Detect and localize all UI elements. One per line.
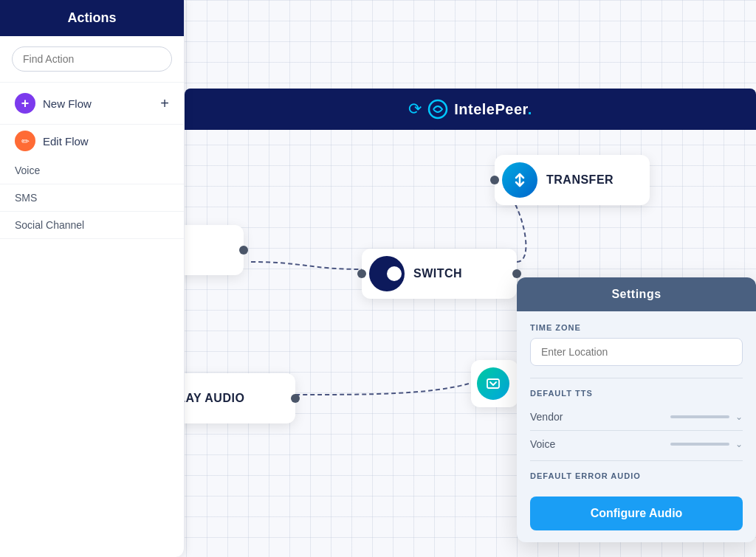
sidebar-item-voice[interactable]: Voice xyxy=(0,157,184,184)
switch-icon xyxy=(369,256,405,291)
transfer-dot-left xyxy=(490,176,499,184)
error-audio-label: DEFAULT ERROR AUDIO xyxy=(530,471,743,480)
vendor-label: Vendor xyxy=(530,411,563,423)
small-node-svg xyxy=(485,376,501,392)
settings-divider-2 xyxy=(530,460,743,461)
logo-svg-icon xyxy=(427,99,448,120)
switch-label: SWITCH xyxy=(413,267,462,280)
timezone-label: TIME ZONE xyxy=(530,323,743,332)
voice-row-label: Voice xyxy=(530,438,555,450)
settings-divider xyxy=(530,378,743,378)
sidebar-item-social[interactable]: Social Channel xyxy=(0,212,184,239)
vendor-chevron-icon: ⌄ xyxy=(735,412,743,422)
vendor-bar xyxy=(670,415,729,418)
node-switch[interactable]: SWITCH xyxy=(362,249,517,299)
transfer-icon xyxy=(502,162,537,198)
edit-flow-icon: ✏ xyxy=(15,131,35,151)
sidebar-search-container xyxy=(0,36,184,83)
settings-panel: Settings TIME ZONE DEFAULT TTS Vendor ⌄ … xyxy=(517,277,756,542)
new-flow-plus-button[interactable]: + xyxy=(160,95,169,112)
vendor-row[interactable]: Vendor ⌄ xyxy=(530,404,743,431)
navbar-logo: ⟳ IntelePeer. xyxy=(408,99,532,120)
social-label: Social Channel xyxy=(15,219,84,231)
new-flow-icon-symbol: + xyxy=(21,96,30,111)
voice-right: ⌄ xyxy=(670,439,743,449)
navbar-logo-text: IntelePeer. xyxy=(454,101,532,118)
transfer-label: TRANSFER xyxy=(546,173,614,187)
new-flow-icon: + xyxy=(15,93,35,114)
edit-flow-icon-symbol: ✏ xyxy=(21,136,30,147)
node-transfer[interactable]: TRANSFER xyxy=(495,155,650,205)
sms-label: SMS xyxy=(15,192,37,204)
settings-title: Settings xyxy=(611,288,661,300)
svg-point-0 xyxy=(429,100,447,118)
toggle-switch[interactable] xyxy=(371,265,403,283)
transfer-svg xyxy=(511,171,529,189)
settings-body: TIME ZONE DEFAULT TTS Vendor ⌄ Voice ⌄ D… xyxy=(517,311,756,542)
vendor-right: ⌄ xyxy=(670,412,743,422)
edit-flow-row[interactable]: ✏ Edit Flow xyxy=(0,125,184,157)
sidebar-item-sms[interactable]: SMS xyxy=(0,184,184,212)
logo-dot: . xyxy=(528,101,532,117)
new-flow-row[interactable]: + New Flow + xyxy=(0,83,184,125)
configure-audio-button[interactable]: Configure Audio xyxy=(530,497,743,530)
logo-text-main: IntelePeer xyxy=(454,101,528,117)
search-input[interactable] xyxy=(12,46,172,72)
sidebar: Actions + New Flow + ✏ Edit Flow Voice S… xyxy=(0,0,185,557)
logo-icon: ⟳ xyxy=(408,100,422,119)
switch-dot-right xyxy=(512,269,521,278)
voice-row[interactable]: Voice ⌄ xyxy=(530,431,743,457)
settings-header: Settings xyxy=(517,277,756,311)
voice-bar xyxy=(670,443,729,446)
svg-rect-4 xyxy=(487,379,499,388)
timezone-input[interactable] xyxy=(530,338,743,366)
playaudio-dot-right xyxy=(291,394,300,403)
node-small[interactable] xyxy=(471,360,518,407)
voice-label: Voice xyxy=(15,165,40,176)
sidebar-title: Actions xyxy=(67,10,116,25)
navbar: ⟳ IntelePeer. xyxy=(185,89,756,130)
icall-dot-right xyxy=(239,246,248,255)
voice-chevron-icon: ⌄ xyxy=(735,439,743,449)
sidebar-header: Actions xyxy=(0,0,184,36)
configure-btn-label: Configure Audio xyxy=(591,507,683,519)
edit-flow-label: Edit Flow xyxy=(43,135,89,148)
new-flow-label: New Flow xyxy=(43,97,153,110)
toggle-knob xyxy=(387,266,402,281)
tts-label: DEFAULT TTS xyxy=(530,389,743,398)
switch-dot-left xyxy=(357,269,366,278)
small-node-icon xyxy=(477,367,509,400)
